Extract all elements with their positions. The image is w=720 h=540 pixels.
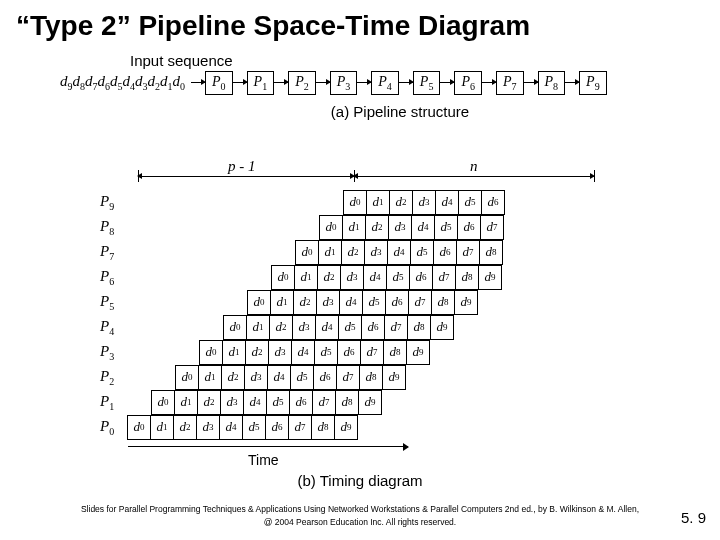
caption-b: (b) Timing diagram (80, 472, 640, 489)
caption-a: (a) Pipeline structure (140, 103, 660, 120)
data-cell: d0 (127, 415, 151, 440)
data-cell: d6 (265, 415, 289, 440)
processor-label: P4 (100, 318, 128, 337)
table-row: P8d0d1d2d3d4d5d6d7 (100, 215, 640, 240)
data-cell: d6 (409, 265, 433, 290)
data-cell: d2 (341, 240, 365, 265)
data-cell: d4 (315, 315, 339, 340)
data-cell: d3 (292, 315, 316, 340)
data-cell: d7 (432, 265, 456, 290)
data-cell: d4 (291, 340, 315, 365)
data-cell: d8 (479, 240, 503, 265)
time-arrow-icon (128, 446, 408, 447)
table-row: P0d0d1d2d3d4d5d6d7d8d9 (100, 415, 640, 440)
data-cell: d4 (219, 415, 243, 440)
processor-label: P6 (100, 268, 128, 287)
d-item: d4 (123, 73, 136, 92)
processor-label: P8 (100, 218, 128, 237)
data-cell: d7 (336, 365, 360, 390)
data-cell: d2 (221, 365, 245, 390)
pipeline-stage: P1 (247, 71, 275, 95)
data-cell: d5 (458, 190, 482, 215)
data-cell: d7 (288, 415, 312, 440)
arrow-icon (357, 82, 371, 83)
data-cell: d6 (289, 390, 313, 415)
processor-label: P9 (100, 193, 128, 212)
timing-diagram: p - 1n P9d0d1d2d3d4d5d6P8d0d1d2d3d4d5d6d… (100, 160, 640, 489)
space-time-grid: P9d0d1d2d3d4d5d6P8d0d1d2d3d4d5d6d7P7d0d1… (100, 190, 640, 440)
table-row: P5d0d1d2d3d4d5d6d7d8d9 (100, 290, 640, 315)
d-item: d8 (73, 73, 86, 92)
data-cell: d8 (359, 365, 383, 390)
data-cell: d7 (408, 290, 432, 315)
data-cell: d3 (364, 240, 388, 265)
arrow-icon (482, 82, 496, 83)
processor-label: P2 (100, 368, 128, 387)
data-cell: d6 (481, 190, 505, 215)
pipeline-stage: P2 (288, 71, 316, 95)
data-cell: d6 (433, 240, 457, 265)
time-label: Time (248, 452, 279, 468)
pipeline-stage: P6 (454, 71, 482, 95)
data-cell: d5 (338, 315, 362, 340)
data-cell: d0 (199, 340, 223, 365)
data-cell: d0 (247, 290, 271, 315)
data-cell: d0 (223, 315, 247, 340)
data-cell: d8 (311, 415, 335, 440)
data-cell: d5 (314, 340, 338, 365)
data-cell: d5 (386, 265, 410, 290)
d-item: d9 (60, 73, 73, 92)
pipeline-stage: P4 (371, 71, 399, 95)
arrow-icon (274, 82, 288, 83)
data-cell: d3 (340, 265, 364, 290)
table-row: P1d0d1d2d3d4d5d6d7d8d9 (100, 390, 640, 415)
data-cell: d2 (173, 415, 197, 440)
data-cell: d5 (434, 215, 458, 240)
data-cell: d1 (270, 290, 294, 315)
pipeline-stage: P9 (579, 71, 607, 95)
data-cell: d3 (244, 365, 268, 390)
data-cell: d5 (290, 365, 314, 390)
data-cell: d2 (245, 340, 269, 365)
footer: Slides for Parallel Programming Techniqu… (0, 503, 720, 530)
data-cell: d4 (387, 240, 411, 265)
data-cell: d1 (342, 215, 366, 240)
data-cell: d0 (343, 190, 367, 215)
table-row: P2d0d1d2d3d4d5d6d7d8d9 (100, 365, 640, 390)
data-cell: d0 (295, 240, 319, 265)
data-cell: d7 (384, 315, 408, 340)
data-cell: d8 (431, 290, 455, 315)
data-cell: d1 (198, 365, 222, 390)
data-cell: d0 (151, 390, 175, 415)
data-cell: d4 (411, 215, 435, 240)
data-cell: d3 (268, 340, 292, 365)
table-row: P7d0d1d2d3d4d5d6d7d8 (100, 240, 640, 265)
data-cell: d1 (174, 390, 198, 415)
dim-label-right: n (470, 158, 478, 175)
data-cell: d9 (454, 290, 478, 315)
data-cell: d9 (334, 415, 358, 440)
d-item: d7 (85, 73, 98, 92)
table-row: P3d0d1d2d3d4d5d6d7d8d9 (100, 340, 640, 365)
data-cell: d6 (385, 290, 409, 315)
page-number: 5. 9 (681, 509, 706, 526)
data-cell: d9 (358, 390, 382, 415)
pipeline-stage: P7 (496, 71, 524, 95)
data-cell: d7 (360, 340, 384, 365)
processor-label: P5 (100, 293, 128, 312)
data-cell: d7 (480, 215, 504, 240)
data-cell: d7 (456, 240, 480, 265)
data-cell: d9 (406, 340, 430, 365)
table-row: P4d0d1d2d3d4d5d6d7d8d9 (100, 315, 640, 340)
dim-label-left: p - 1 (228, 158, 256, 175)
data-cell: d3 (196, 415, 220, 440)
data-cell: d4 (267, 365, 291, 390)
d-item: d1 (160, 73, 173, 92)
footer-line-1: Slides for Parallel Programming Techniqu… (0, 503, 720, 517)
d-item: d3 (135, 73, 148, 92)
data-cell: d9 (478, 265, 502, 290)
data-cell: d8 (407, 315, 431, 340)
data-cell: d8 (455, 265, 479, 290)
data-cell: d8 (383, 340, 407, 365)
arrow-icon (191, 82, 205, 83)
